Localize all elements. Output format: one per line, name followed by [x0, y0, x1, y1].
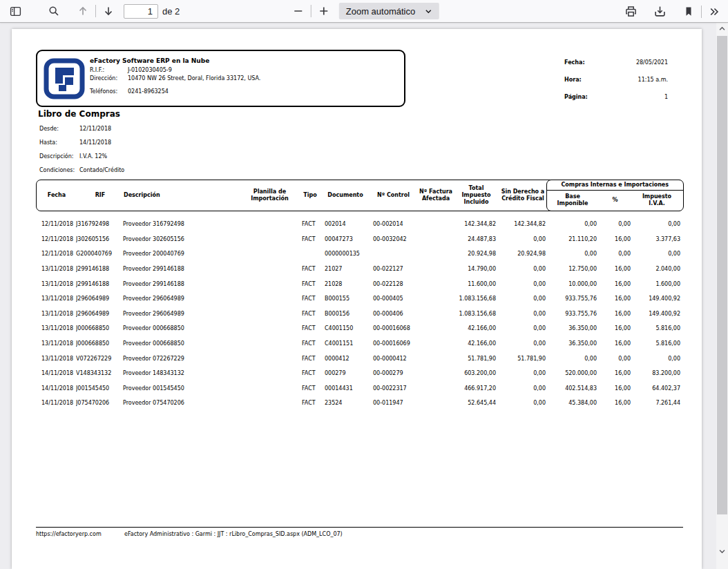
table-cell: 933.755,76: [547, 296, 598, 302]
current-view-bookmark-button[interactable]: [679, 3, 698, 21]
table-cell: 16,00: [598, 370, 632, 376]
table-cell: 0,00: [497, 340, 547, 347]
table-cell: 00-00016068: [369, 325, 416, 331]
page-count-label: de 2: [162, 6, 180, 17]
rif-value: J-0102030405-9: [128, 67, 172, 73]
table-cell: 21.110,20: [547, 236, 598, 242]
table-cell: 11.600,00: [454, 281, 497, 287]
hasta-label: Hasta:: [39, 139, 79, 146]
pdf-toolbar: de 2 Zoom automático: [0, 0, 728, 23]
table-cell: 0,00: [598, 221, 632, 227]
table-cell: 45.384,00: [547, 400, 598, 406]
table-cell: 00-022127: [369, 266, 416, 272]
page-number-input[interactable]: [124, 4, 158, 19]
zoom-out-button[interactable]: [289, 2, 308, 20]
plus-icon: [318, 6, 329, 17]
scrollbar-thumb[interactable]: [717, 36, 727, 514]
table-cell: 0000412: [320, 356, 369, 362]
table-cell: 142.344,82: [497, 221, 547, 227]
table-cell: Proveedor 200040769: [123, 251, 240, 257]
table-row: 14/11/2018V148343132Proveedor 148343132F…: [36, 366, 683, 381]
table-cell: 20.924,98: [497, 251, 547, 257]
next-page-button[interactable]: [99, 2, 118, 20]
scroll-down-button[interactable]: [716, 546, 728, 557]
table-row: 13/11/2018J296064989Proveedor 296064989F…: [36, 291, 683, 307]
phones-value: 0241-8963254: [128, 88, 169, 95]
table-cell: 21027: [320, 266, 369, 272]
table-cell: 12/11/2018: [36, 221, 76, 227]
previous-page-button[interactable]: [73, 2, 93, 20]
table-cell: 0,00: [547, 356, 598, 362]
sidebar-toggle-button[interactable]: [6, 2, 25, 20]
table-cell: 5.816,00: [632, 340, 682, 347]
download-button[interactable]: [650, 3, 669, 21]
col-header-rif: RIF: [77, 180, 124, 211]
table-cell: 13/11/2018: [36, 296, 76, 302]
phones-label: Teléfonos:: [90, 88, 128, 95]
desde-value: 12/11/2018: [79, 126, 111, 132]
table-cell: 42.166,00: [454, 325, 497, 331]
print-button[interactable]: [621, 3, 640, 21]
table-cell: C4001150: [320, 325, 369, 331]
table-cell: 00047273: [320, 236, 369, 242]
table-cell: 149.400,92: [632, 296, 682, 302]
table-cell: 0,00: [497, 325, 547, 331]
table-cell: 002014: [320, 221, 369, 227]
table-cell: 00-0032042: [369, 236, 416, 242]
desde-label: Desde:: [39, 126, 79, 132]
table-cell: J316792498: [76, 221, 123, 227]
table-cell: 0,00: [598, 251, 632, 257]
table-cell: 00-002014: [369, 221, 416, 227]
table-cell: C4001151: [320, 340, 369, 347]
table-row: 14/11/2018J001545450Proveedor 001545450F…: [36, 381, 683, 396]
download-icon: [654, 6, 666, 17]
table-cell: Proveedor 075470206: [123, 400, 240, 406]
scroll-up-button[interactable]: [716, 23, 728, 35]
zoom-in-button[interactable]: [314, 2, 334, 20]
table-cell: J000668850: [76, 325, 123, 331]
table-row: 13/11/2018J000668850Proveedor 000668850F…: [36, 336, 683, 351]
table-cell: FACT: [298, 325, 320, 331]
more-tools-button[interactable]: [705, 3, 724, 21]
pdf-viewer-area: eFactory Software ERP en la Nube R.I.F.:…: [0, 23, 716, 569]
table-cell: 0,00: [497, 400, 547, 406]
zoom-level-select[interactable]: Zoom automático: [339, 3, 439, 19]
table-cell: 14.790,00: [454, 266, 497, 272]
search-button[interactable]: [44, 2, 64, 20]
table-cell: 13/11/2018: [36, 311, 76, 317]
descripcion-label: Descripción:: [39, 153, 79, 160]
meta-hora: Hora: 11:15 a.m.: [564, 77, 668, 83]
company-header-box: eFactory Software ERP en la Nube R.I.F.:…: [36, 50, 405, 107]
table-cell: 3.377,63: [632, 236, 682, 242]
hora-value: 11:15 a.m.: [638, 77, 668, 83]
table-cell: 14/11/2018: [36, 385, 76, 392]
table-cell: Proveedor 299146188: [123, 266, 240, 272]
table-cell: 13/11/2018: [36, 281, 76, 287]
table-cell: 10.000,00: [547, 281, 598, 287]
table-cell: 23524: [320, 400, 369, 406]
col-header-impuesto-iva: Impuesto I.V.A.: [632, 191, 682, 211]
vertical-scrollbar[interactable]: [716, 23, 728, 569]
table-cell: 0,00: [497, 236, 547, 242]
table-row: 13/11/2018J299146188Proveedor 299146188F…: [36, 276, 683, 291]
table-body: 12/11/2018J316792498Proveedor 316792498F…: [36, 217, 683, 411]
group-header-compras-internas: Compras Internas e Importaciones Base Im…: [546, 180, 684, 211]
search-icon: [48, 6, 59, 17]
table-cell: J001545450: [76, 385, 123, 392]
table-row: 12/11/2018G200040769Proveedor 2000407690…: [36, 247, 683, 262]
table-cell: Proveedor 001545450: [123, 385, 240, 392]
address-value: 10470 NW 26 Street, Doral, Florida 33172…: [128, 75, 260, 81]
table-cell: 0,00: [497, 370, 547, 376]
col-header-planilla: Planilla de Importación: [240, 180, 299, 211]
table-header: Fecha RIF Descripción Planilla de Import…: [36, 180, 683, 211]
table-cell: 466.917,20: [454, 385, 497, 392]
table-row: 13/11/2018J000668850Proveedor 000668850F…: [36, 321, 683, 336]
table-cell: FACT: [298, 296, 320, 302]
footer-url-link[interactable]: https://efactoryerp.com: [36, 531, 124, 537]
table-cell: 16,00: [598, 385, 632, 392]
table-cell: 0,00: [547, 221, 598, 227]
col-header-porcentaje: %: [598, 191, 632, 211]
table-cell: 5.816,00: [632, 325, 682, 331]
table-cell: 13/11/2018: [36, 325, 76, 331]
condiciones-value: Contado/Crédito: [79, 167, 124, 173]
